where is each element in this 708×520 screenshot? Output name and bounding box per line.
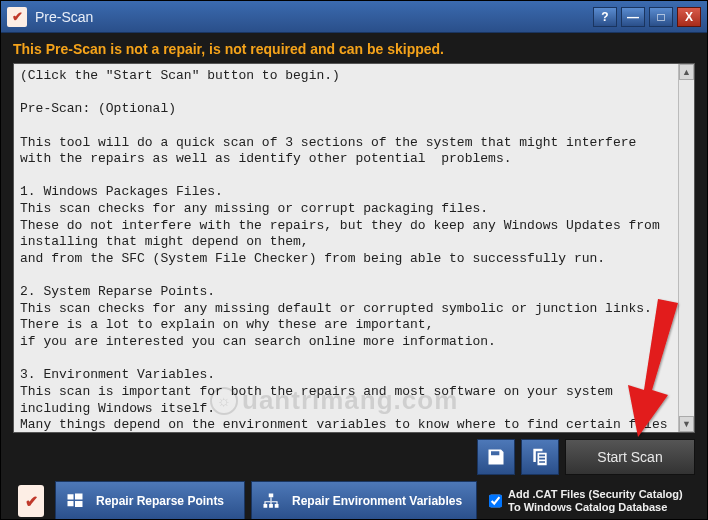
- banner-text: This Pre-Scan is not a repair, is not re…: [1, 33, 707, 63]
- clipboard-icon: [13, 481, 49, 520]
- floppy-disk-icon: [486, 447, 506, 467]
- action-row: Start Scan: [13, 439, 695, 475]
- output-panel: (Click the "Start Scan" button to begin.…: [13, 63, 695, 433]
- repair-reparse-label: Repair Reparse Points: [96, 494, 224, 508]
- windows-icon: [64, 490, 86, 512]
- svg-rect-2: [68, 501, 74, 506]
- app-icon: [7, 7, 27, 27]
- copy-icon: [530, 447, 550, 467]
- hierarchy-icon: [260, 490, 282, 512]
- scroll-down-arrow-icon[interactable]: ▼: [679, 416, 694, 432]
- repair-env-label: Repair Environment Variables: [292, 494, 462, 508]
- cat-checkbox-container: Add .CAT Files (Security Catalog) To Win…: [483, 481, 695, 520]
- svg-rect-7: [275, 504, 279, 508]
- scroll-up-arrow-icon[interactable]: ▲: [679, 64, 694, 80]
- window-controls: ? — □ X: [593, 7, 701, 27]
- titlebar: Pre-Scan ? — □ X: [1, 1, 707, 33]
- repair-reparse-button[interactable]: Repair Reparse Points: [55, 481, 245, 520]
- bottom-row: Repair Reparse Points Repair Environment…: [13, 481, 695, 520]
- scrollbar[interactable]: ▲ ▼: [678, 64, 694, 432]
- save-button[interactable]: [477, 439, 515, 475]
- minimize-button[interactable]: —: [621, 7, 645, 27]
- svg-rect-6: [269, 504, 273, 508]
- window-title: Pre-Scan: [35, 9, 593, 25]
- svg-rect-1: [75, 494, 83, 500]
- repair-env-button[interactable]: Repair Environment Variables: [251, 481, 477, 520]
- start-scan-button[interactable]: Start Scan: [565, 439, 695, 475]
- svg-rect-4: [269, 494, 274, 498]
- close-button[interactable]: X: [677, 7, 701, 27]
- svg-rect-0: [68, 494, 74, 499]
- svg-rect-5: [264, 504, 268, 508]
- output-text[interactable]: (Click the "Start Scan" button to begin.…: [14, 64, 678, 432]
- help-button[interactable]: ?: [593, 7, 617, 27]
- cat-checkbox-label: Add .CAT Files (Security Catalog) To Win…: [508, 488, 695, 514]
- svg-rect-3: [75, 501, 83, 507]
- cat-checkbox[interactable]: [489, 494, 502, 508]
- copy-button[interactable]: [521, 439, 559, 475]
- maximize-button[interactable]: □: [649, 7, 673, 27]
